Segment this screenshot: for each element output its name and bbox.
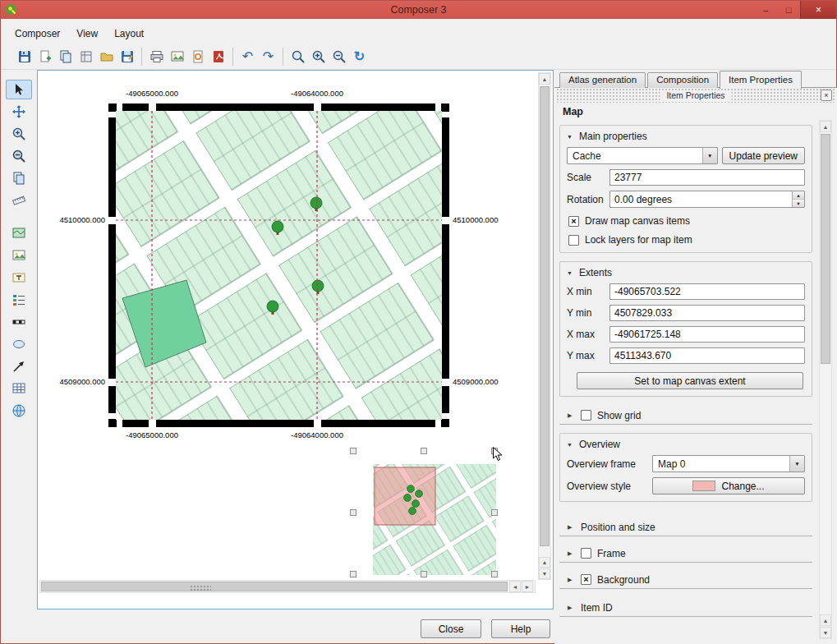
add-new-label-tool[interactable]	[6, 268, 32, 288]
maximize-button[interactable]: □	[777, 1, 800, 19]
select-move-item-tool[interactable]	[6, 80, 32, 99]
tab-atlas-generation[interactable]: Atlas generation	[559, 72, 646, 88]
scroll-up-button[interactable]: ▲	[539, 557, 550, 568]
print-icon[interactable]	[146, 46, 167, 67]
panel-scrollbar[interactable]: ▲ ▲ ▼	[819, 120, 832, 639]
item-id-row[interactable]: ▶ Item ID	[559, 599, 812, 617]
canvas-vertical-scrollbar[interactable]: ▲ ▲ ▼	[538, 72, 551, 580]
collapse-icon[interactable]: ▼	[567, 270, 574, 276]
add-attribute-table-tool[interactable]	[6, 379, 32, 398]
selection-handle[interactable]	[491, 571, 498, 577]
scroll-down-button[interactable]: ▼	[820, 627, 831, 638]
dropdown-arrow-icon[interactable]: ▼	[702, 148, 717, 163]
scroll-up-button[interactable]: ▲	[539, 73, 550, 85]
collapse-icon[interactable]: ▶	[568, 577, 575, 583]
selection-handle[interactable]	[350, 571, 356, 577]
zoom-out-tool[interactable]	[6, 146, 32, 166]
pan-tool[interactable]	[6, 168, 32, 188]
scrollbar-thumb[interactable]	[540, 86, 550, 546]
collapse-icon[interactable]: ▶	[568, 550, 575, 557]
xmax-input[interactable]	[609, 326, 805, 343]
scroll-right-button[interactable]: ►	[522, 581, 533, 592]
rotation-input[interactable]	[610, 191, 792, 207]
collapse-icon[interactable]: ▶	[568, 605, 575, 611]
menu-layout[interactable]: Layout	[107, 25, 151, 42]
dock-close-button[interactable]: ×	[821, 90, 832, 101]
zoom-out-icon[interactable]	[329, 46, 349, 67]
map-item[interactable]	[108, 104, 449, 427]
background-row[interactable]: ▶ × Background	[559, 571, 812, 589]
collapse-icon[interactable]: ▶	[568, 524, 575, 531]
help-button[interactable]: Help	[491, 619, 550, 638]
scroll-up-button[interactable]: ▲	[820, 614, 831, 626]
refresh-view-icon[interactable]: ↻	[349, 46, 370, 67]
selection-handle[interactable]	[491, 509, 498, 516]
canvas-horizontal-scrollbar[interactable]: ◄ ►	[39, 580, 536, 593]
dropdown-arrow-icon[interactable]: ▼	[789, 456, 804, 472]
selection-handle[interactable]	[421, 571, 427, 577]
xmin-input[interactable]	[609, 283, 805, 300]
selection-handle[interactable]	[350, 448, 356, 454]
load-from-template-icon[interactable]	[96, 46, 117, 67]
overview-map-item[interactable]	[373, 464, 496, 575]
scroll-down-button[interactable]: ▼	[539, 568, 550, 579]
set-to-map-canvas-extent-button[interactable]: Set to map canvas extent	[577, 372, 803, 389]
frame-checkbox[interactable]	[581, 548, 591, 559]
collapse-icon[interactable]: ▶	[568, 412, 575, 419]
overview-style-change-button[interactable]: Change...	[652, 477, 805, 494]
titlebar[interactable]: Composer 3 – □ ×	[1, 1, 836, 19]
composition-canvas[interactable]: -49065000.000 -49064000.000 -49065000.00…	[37, 70, 554, 610]
selection-handle[interactable]	[350, 509, 356, 516]
lock-layers-checkbox[interactable]	[568, 235, 579, 246]
add-new-scalebar-tool[interactable]	[6, 312, 32, 332]
spin-up-icon[interactable]: ▲	[793, 191, 804, 200]
close-dialog-button[interactable]: Close	[421, 619, 481, 638]
menu-composer[interactable]: Composer	[7, 25, 67, 42]
redo-icon[interactable]: ↷	[258, 46, 278, 67]
dock-titlebar[interactable]: Item Properties ×	[556, 89, 835, 103]
position-and-size-row[interactable]: ▶ Position and size	[559, 518, 812, 536]
undo-icon[interactable]: ↶	[237, 46, 258, 67]
new-composition-icon[interactable]	[34, 46, 55, 67]
scrollbar-thumb[interactable]	[821, 134, 830, 364]
show-grid-checkbox[interactable]	[581, 410, 591, 421]
rotation-spinbox[interactable]: ▲ ▼	[609, 191, 805, 208]
save-as-template-icon[interactable]	[117, 46, 137, 67]
selection-handle[interactable]	[421, 448, 427, 454]
close-window-button[interactable]: ×	[800, 1, 836, 19]
scrollbar-thumb[interactable]	[41, 582, 508, 591]
composition-manager-icon[interactable]	[76, 46, 96, 67]
move-item-content-tool[interactable]	[6, 102, 32, 122]
export-as-pdf-icon[interactable]	[208, 46, 228, 67]
add-arrow-tool[interactable]	[6, 356, 32, 376]
add-html-frame-tool[interactable]	[6, 401, 32, 421]
scale-input[interactable]	[609, 169, 805, 186]
add-image-tool[interactable]	[6, 246, 32, 265]
ymax-input[interactable]	[609, 347, 805, 364]
spin-down-icon[interactable]: ▼	[793, 200, 804, 207]
add-new-map-tool[interactable]	[6, 223, 32, 243]
duplicate-composition-icon[interactable]	[55, 46, 76, 67]
tab-item-properties[interactable]: Item Properties	[720, 71, 802, 89]
ymin-input[interactable]	[609, 305, 805, 321]
menu-view[interactable]: View	[69, 25, 105, 42]
update-preview-button[interactable]: Update preview	[722, 147, 805, 164]
save-project-icon[interactable]	[14, 46, 34, 67]
frame-row[interactable]: ▶ Frame	[559, 545, 812, 563]
collapse-icon[interactable]: ▼	[567, 134, 574, 140]
measure-tool[interactable]	[6, 191, 32, 210]
background-checkbox[interactable]: ×	[581, 574, 591, 585]
add-new-legend-tool[interactable]	[6, 290, 32, 310]
zoom-in-tool[interactable]	[6, 124, 32, 144]
zoom-full-icon[interactable]	[287, 46, 308, 67]
add-basic-shape-tool[interactable]	[6, 334, 32, 354]
export-as-image-icon[interactable]	[167, 46, 187, 67]
draw-map-canvas-items-checkbox[interactable]: ×	[568, 216, 579, 227]
export-as-svg-icon[interactable]	[187, 46, 208, 67]
scroll-left-button[interactable]: ◄	[509, 581, 521, 592]
zoom-in-icon[interactable]	[308, 46, 329, 67]
preview-mode-combo[interactable]: Cache ▼	[567, 147, 718, 164]
scroll-up-button[interactable]: ▲	[820, 121, 831, 132]
tab-composition[interactable]: Composition	[647, 72, 718, 88]
show-grid-row[interactable]: ▶ Show grid	[559, 407, 812, 425]
